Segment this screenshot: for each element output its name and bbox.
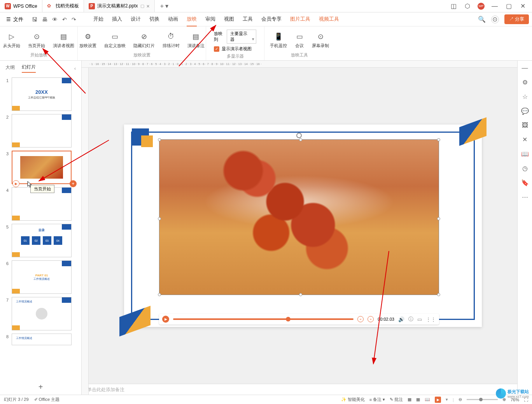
outline-tab[interactable]: 大纲 <box>5 64 15 72</box>
redo-icon[interactable]: ↷ <box>72 16 76 23</box>
tab-start[interactable]: 开始 <box>93 12 103 26</box>
document-tab[interactable]: P 演示文稿素材2.pptx ▢ × <box>84 0 155 12</box>
slide-thumb-3[interactable]: 3 ▶ + 当页开始 <box>3 151 78 184</box>
from-current-button[interactable]: ⊙ 当页开始 <box>24 30 49 50</box>
slideshow-play-button[interactable]: ▶ <box>435 397 441 403</box>
preview-icon[interactable]: 👁 <box>52 16 58 23</box>
tab-insert[interactable]: 插入 <box>112 12 122 26</box>
side-more-icon[interactable]: ⋯ <box>522 193 528 201</box>
resize-handle-tr[interactable] <box>437 138 440 141</box>
close-window-button[interactable]: ✕ <box>519 2 527 10</box>
presenter-checkbox[interactable]: ✓ <box>214 46 219 52</box>
add-slide-button[interactable]: + <box>0 379 81 395</box>
close-tab-icon[interactable]: × <box>147 3 150 9</box>
minimize-button[interactable]: — <box>491 2 499 10</box>
side-image-icon[interactable]: 🖼 <box>522 122 528 129</box>
video-progress[interactable] <box>173 318 354 320</box>
add-tab-button[interactable]: + ▾ <box>155 2 174 10</box>
resize-handle-bl[interactable] <box>158 293 161 296</box>
slide-canvas[interactable]: ▶ « » 00:02.03 🔊 ⓘ ▭ ⋮⋮ <box>124 125 482 327</box>
side-tag-icon[interactable]: 🔖 <box>521 179 529 186</box>
notes-toggle[interactable]: ≡ 备注 ▾ <box>369 397 385 402</box>
monitor-dropdown[interactable]: 主要显示器 <box>227 30 256 44</box>
tab-member[interactable]: 会员专享 <box>261 12 282 26</box>
rotate-handle[interactable] <box>296 133 302 138</box>
side-minus-icon[interactable]: — <box>522 65 528 72</box>
comments-toggle[interactable]: ✎ 批注 <box>390 397 403 402</box>
resize-handle-l[interactable] <box>158 217 161 220</box>
view-normal-icon[interactable]: ▦ <box>408 397 411 402</box>
play-dropdown[interactable]: ▾ <box>446 397 448 402</box>
save-icon[interactable]: 🖫 <box>32 16 37 23</box>
docer-tab[interactable]: ✿ 找稻壳模板 <box>42 0 84 12</box>
chat-icon[interactable]: ⊙ <box>491 16 499 23</box>
custom-show-button[interactable]: ▭自定义放映 <box>100 30 130 50</box>
resize-handle-tl[interactable] <box>158 138 161 141</box>
phone-remote-button[interactable]: 📱手机遥控 <box>266 30 291 50</box>
collapse-panel-icon[interactable]: ‹ <box>74 66 76 71</box>
app-tab[interactable]: W WPS Office <box>0 0 42 12</box>
slide-thumb-7[interactable]: 7 工作情况概述 <box>3 297 78 330</box>
tab-design[interactable]: 设计 <box>131 12 141 26</box>
maximize-button[interactable]: ▢ <box>505 2 513 10</box>
search-icon[interactable]: 🔍 <box>478 16 486 23</box>
zoom-slider[interactable] <box>467 399 498 400</box>
tab-view[interactable]: 视图 <box>224 12 234 26</box>
resize-handle-b[interactable] <box>299 293 302 296</box>
cube-icon[interactable]: ⬡ <box>464 2 471 10</box>
video-object[interactable] <box>159 139 439 295</box>
tab-slideshow[interactable]: 放映 <box>187 12 197 26</box>
speaker-notes-button[interactable]: ▤演讲备注 <box>184 30 208 50</box>
tab-video-tools[interactable]: 视频工具 <box>319 12 339 26</box>
video-forward-button[interactable]: » <box>368 316 374 322</box>
slide-thumb-1[interactable]: 1 20XX工作总结汇报PPT模板 <box>3 77 78 111</box>
slide-thumb-6[interactable]: 6 PART 01工作情况概述 <box>3 260 78 294</box>
screen-record-button[interactable]: ⊙屏幕录制 <box>308 30 333 50</box>
theme-button[interactable]: ✐ Office 主题 <box>34 397 60 402</box>
play-slide-badge[interactable]: ▶ <box>12 180 19 187</box>
from-beginning-button[interactable]: ▷ 从头开始 <box>0 30 24 50</box>
video-play-button[interactable]: ▶ <box>162 316 169 323</box>
presenter-view-button[interactable]: ▤ 演讲者视图 <box>49 30 78 50</box>
zoom-out-button[interactable]: ⊖ <box>458 397 462 402</box>
volume-icon[interactable]: 🔊 <box>398 316 404 322</box>
notes-area[interactable]: 单击此处添加备注 <box>82 384 517 395</box>
side-tools-icon[interactable]: ✕ <box>522 136 527 143</box>
resize-handle-br[interactable] <box>437 293 440 296</box>
print-icon[interactable]: 🖶 <box>42 16 47 23</box>
video-rewind-button[interactable]: « <box>357 316 364 322</box>
side-star-icon[interactable]: ☆ <box>522 93 528 100</box>
hide-slide-button[interactable]: ⊘隐藏幻灯片 <box>130 30 159 50</box>
beautify-button[interactable]: ✨ 智能美化 <box>341 397 365 402</box>
tab-tools[interactable]: 工具 <box>243 12 253 26</box>
file-menu[interactable]: ☰ 文件 <box>3 16 26 23</box>
side-book-icon[interactable]: 📖 <box>521 150 529 158</box>
undo-icon[interactable]: ↶ <box>62 16 67 23</box>
picture-icon[interactable]: ▭ <box>417 316 422 322</box>
slides-list[interactable]: 1 20XX工作总结汇报PPT模板 2 3 ▶ + 当页开始 4 <box>0 76 81 379</box>
view-sorter-icon[interactable]: ▦ <box>416 397 420 402</box>
tab-menu-icon[interactable]: ▢ <box>140 4 144 9</box>
slide-thumb-5[interactable]: 5 目录01020304 <box>3 224 78 257</box>
resize-handle-r[interactable] <box>437 217 440 220</box>
more-icon[interactable]: ⋮⋮ <box>426 316 436 322</box>
share-button[interactable]: ↗ 分享 <box>504 14 529 24</box>
side-settings-icon[interactable]: ⚙ <box>522 79 528 86</box>
tab-review[interactable]: 审阅 <box>205 12 215 26</box>
tab-transition[interactable]: 切换 <box>149 12 159 26</box>
slideshow-settings-button[interactable]: ⚙放映设置 <box>75 30 100 50</box>
meeting-button[interactable]: ▭会议 <box>291 30 308 50</box>
layout-icon[interactable]: ◫ <box>450 2 457 10</box>
rehearse-button[interactable]: ⏱排练计时 <box>159 30 184 50</box>
slide-thumb-8[interactable]: 8 工作情况概述 <box>3 334 78 345</box>
tab-animation[interactable]: 动画 <box>168 12 178 26</box>
add-slide-badge[interactable]: + <box>70 180 77 187</box>
tab-picture-tools[interactable]: 图片工具 <box>290 12 310 26</box>
info-icon[interactable]: ⓘ <box>408 316 413 323</box>
side-chat-icon[interactable]: 💬 <box>521 107 529 115</box>
slides-tab[interactable]: 幻灯片 <box>22 64 36 73</box>
view-reading-icon[interactable]: 📖 <box>425 397 430 402</box>
resize-handle-t[interactable] <box>299 138 302 141</box>
slide-thumb-2[interactable]: 2 <box>3 114 78 148</box>
user-avatar[interactable]: WP <box>478 3 485 10</box>
